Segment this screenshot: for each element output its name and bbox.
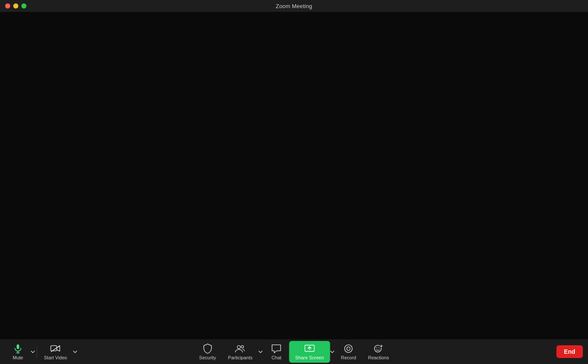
share-screen-label: Share Screen	[295, 355, 324, 360]
close-button[interactable]	[5, 3, 10, 9]
video-area	[0, 12, 588, 339]
reactions-button[interactable]: Reactions	[362, 341, 395, 363]
security-button[interactable]: Security	[193, 341, 222, 363]
window-title: Zoom Meeting	[276, 3, 312, 9]
participants-icon	[235, 344, 245, 354]
share-screen-chevron[interactable]	[330, 341, 335, 362]
svg-rect-0	[17, 344, 19, 349]
window-controls	[5, 3, 26, 9]
chat-label: Chat	[271, 355, 281, 360]
svg-point-9	[347, 347, 350, 350]
video-icon	[50, 344, 61, 354]
share-screen-group: Share Screen	[289, 341, 335, 363]
svg-point-12	[378, 347, 379, 348]
toolbar-right: End	[553, 345, 583, 358]
shield-icon	[202, 344, 212, 354]
reactions-label: Reactions	[368, 355, 389, 360]
share-screen-button[interactable]: Share Screen	[289, 341, 330, 363]
video-group: Start Video	[38, 341, 78, 363]
video-chevron[interactable]	[73, 341, 78, 362]
security-label: Security	[199, 355, 216, 360]
mute-chevron[interactable]	[31, 341, 36, 362]
participants-button[interactable]: Participants	[222, 341, 258, 363]
chat-icon	[271, 344, 282, 354]
start-video-button[interactable]: Start Video	[38, 341, 73, 363]
minimize-button[interactable]	[13, 3, 18, 9]
mute-button[interactable]: Mute	[5, 341, 31, 363]
participants-group: Participants	[222, 341, 263, 363]
svg-point-5	[238, 345, 241, 348]
toolbar-divider-1	[37, 346, 37, 358]
title-bar: Zoom Meeting	[0, 0, 588, 12]
mute-group: Mute	[5, 341, 36, 363]
record-button[interactable]: Record	[335, 341, 362, 363]
svg-point-8	[345, 345, 352, 352]
toolbar-left: Mute Start Video	[5, 341, 78, 363]
participants-chevron[interactable]	[259, 341, 264, 362]
start-video-label: Start Video	[44, 355, 67, 360]
record-label: Record	[341, 355, 356, 360]
svg-point-11	[376, 347, 377, 348]
end-button[interactable]: End	[556, 345, 583, 358]
toolbar: Mute Start Video	[0, 339, 588, 364]
svg-point-6	[242, 345, 244, 348]
maximize-button[interactable]	[21, 3, 26, 9]
toolbar-center: Security Participants	[193, 341, 395, 363]
record-icon	[343, 344, 354, 354]
reactions-icon	[373, 344, 384, 354]
participants-label: Participants	[228, 355, 252, 360]
share-screen-icon	[304, 344, 314, 354]
microphone-icon	[13, 344, 23, 354]
mute-label: Mute	[13, 355, 23, 360]
chat-button[interactable]: Chat	[264, 341, 289, 363]
